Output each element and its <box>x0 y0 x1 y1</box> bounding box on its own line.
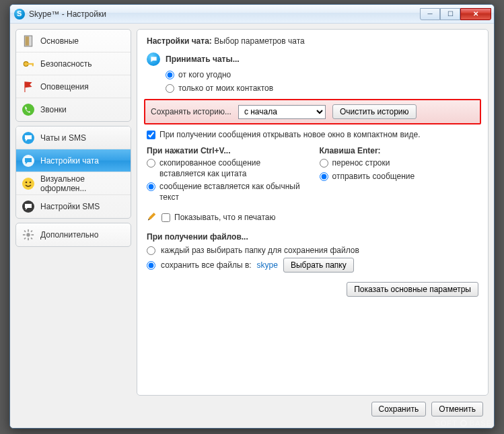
files-ask-radio[interactable]: каждый раз выбирать папку для сохранения… <box>147 246 478 255</box>
svg-rect-13 <box>28 229 29 232</box>
svg-rect-16 <box>32 234 34 236</box>
clear-history-button[interactable]: Очистить историю <box>332 104 417 119</box>
sidebar-item-label: Настройки SMS <box>40 202 100 211</box>
svg-rect-15 <box>23 234 26 236</box>
chat-blue-icon <box>22 131 35 145</box>
svg-rect-17 <box>24 230 26 232</box>
dialog-footer: Сохранить Отменить <box>137 396 489 423</box>
svg-point-10 <box>30 181 32 183</box>
sidebar-item-label: Оповещения <box>40 82 89 92</box>
ctrlv-quote-radio[interactable]: скопированное сообщение вставляется как … <box>147 158 306 179</box>
minimize-button[interactable]: ─ <box>420 8 440 20</box>
window-title: Skype™ - Настройки <box>29 9 420 19</box>
cancel-button[interactable]: Отменить <box>431 402 483 417</box>
svg-rect-14 <box>28 238 29 241</box>
sidebar-item-sms[interactable]: Настройки SMS <box>16 195 131 218</box>
watermark: SOFTBASE <box>435 419 492 427</box>
svg-rect-1 <box>26 36 30 46</box>
svg-point-9 <box>26 181 28 183</box>
sidebar-item-label: Безопасность <box>40 59 92 69</box>
sidebar-item-smile[interactable]: Визуальное оформлен... <box>16 172 131 195</box>
svg-rect-18 <box>30 230 32 232</box>
accept-contacts-radio[interactable]: только от моих контактов <box>166 83 478 94</box>
maximize-button[interactable]: ☐ <box>440 8 460 20</box>
settings-window: Skype™ - Настройки ─ ☐ ✕ ОсновныеБезопас… <box>9 4 495 429</box>
svg-point-5 <box>22 104 34 116</box>
sidebar-item-chat-white[interactable]: Настройки чата <box>16 149 131 172</box>
accept-heading: Принимать чаты... <box>166 55 240 64</box>
enter-heading: Клавиша Enter: <box>320 146 479 155</box>
sidebar-item-label: Настройки чата <box>40 156 99 166</box>
ctrlv-text-radio[interactable]: сообщение вставляется как обычный текст <box>147 182 306 203</box>
enter-newline-radio[interactable]: перенос строки <box>320 158 479 169</box>
compact-checkbox[interactable]: При получении сообщения открывать новое … <box>147 130 478 139</box>
enter-send-radio[interactable]: отправить сообщение <box>320 172 479 182</box>
files-heading: При получении файлов... <box>147 232 478 242</box>
phone-icon <box>22 103 35 116</box>
sidebar-item-label: Звонки <box>40 105 67 114</box>
sidebar-item-flag[interactable]: Оповещения <box>16 75 131 98</box>
sidebar-item-label: Визуальное оформлен... <box>40 174 125 193</box>
sidebar: ОсновныеБезопасностьОповещенияЗвонкиЧаты… <box>10 24 137 428</box>
sidebar-item-label: Чаты и SMS <box>40 133 86 143</box>
show-typing-checkbox[interactable]: Показывать, что я печатаю <box>161 213 275 223</box>
sidebar-item-gear[interactable]: Дополнительно <box>16 223 131 246</box>
files-save-radio[interactable]: сохранить все файлы в: skype Выбрать пап… <box>147 258 478 273</box>
door-icon <box>22 34 35 48</box>
history-label: Сохранять историю... <box>151 107 231 116</box>
sidebar-item-door[interactable]: Основные <box>16 30 131 52</box>
ctrlv-heading: При нажатии Ctrl+V... <box>147 146 306 155</box>
sidebar-item-phone[interactable]: Звонки <box>16 98 131 121</box>
smile-icon <box>22 177 35 190</box>
sidebar-item-label: Основные <box>40 36 79 46</box>
svg-rect-19 <box>24 238 26 240</box>
choose-folder-button[interactable]: Выбрать папку <box>283 258 354 273</box>
svg-rect-4 <box>32 63 34 66</box>
sidebar-item-label: Дополнительно <box>40 230 98 240</box>
history-row-highlight: Сохранять историю... с начала2 недели1 м… <box>144 99 481 124</box>
skype-logo-icon <box>14 9 25 20</box>
close-button[interactable]: ✕ <box>460 8 491 20</box>
gear-icon <box>22 228 35 242</box>
window-controls: ─ ☐ ✕ <box>420 8 491 20</box>
svg-point-12 <box>26 233 30 236</box>
svg-rect-20 <box>30 238 32 240</box>
sidebar-item-key[interactable]: Безопасность <box>16 52 131 75</box>
save-button[interactable]: Сохранить <box>371 402 427 417</box>
accept-anyone-radio[interactable]: от кого угодно <box>166 70 478 81</box>
save-folder-link[interactable]: skype <box>257 260 278 270</box>
history-select[interactable]: с начала2 недели1 месяц3 месяцаникогда <box>238 105 326 119</box>
titlebar[interactable]: Skype™ - Настройки ─ ☐ ✕ <box>10 5 494 24</box>
settings-panel: Настройки чата: Выбор параметров чата Пр… <box>137 29 489 396</box>
chat-white-icon <box>22 154 35 168</box>
pencil-icon <box>147 213 157 222</box>
toggle-params-button[interactable]: Показать основные параметры <box>347 282 478 297</box>
key-icon <box>22 57 35 71</box>
sms-icon <box>22 200 35 213</box>
sidebar-item-chat-blue[interactable]: Чаты и SMS <box>16 126 131 149</box>
chat-bubble-icon <box>147 52 160 66</box>
svg-point-8 <box>22 178 34 190</box>
flag-icon <box>22 80 35 94</box>
panel-title: Настройки чата: Выбор параметров чата <box>147 36 478 46</box>
